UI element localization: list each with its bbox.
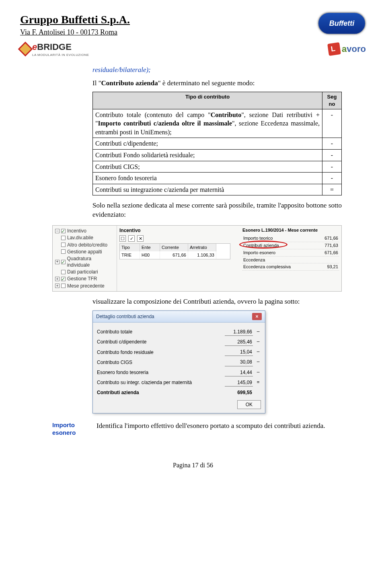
tree-item[interactable]: Altro debito/credito <box>55 242 114 248</box>
dialog-row: Contributo su integr. c/azienda per mate… <box>97 379 261 387</box>
grid-row[interactable]: TRIE H00 671,66 1.106,33 <box>120 251 230 259</box>
tree-item[interactable]: +Gestione TFR <box>55 275 114 282</box>
company-address: Via F. Antolisei 10 - 00173 Roma <box>20 27 130 37</box>
para-mid1: Solo nella sezione dedicata al mese corr… <box>92 201 342 220</box>
definition-row: Importo esonero Identifica l'importo eff… <box>52 421 342 437</box>
subheader: eBRIDGE LA MODULARITÀ IN EVOLUZIONE avor… <box>20 41 366 57</box>
esonero-title: Esonero L.190/2014 - Mese corrente <box>242 227 339 233</box>
tool-new-icon[interactable]: ☐ <box>119 235 126 242</box>
incentivo-title: Incentivo <box>119 227 230 234</box>
header-left: Gruppo Buffetti S.p.A. Via F. Antolisei … <box>20 12 130 37</box>
contrib-table: Tipo di contributo Seg no Contributo tot… <box>92 92 342 195</box>
ebridge-rest: BRIDGE <box>37 42 72 52</box>
ebridge-cube-icon <box>18 42 33 57</box>
tree-right: Incentivo ☐ ✓ ✕ Tipo Ente Corrente Arret… <box>117 226 341 291</box>
para-mid2: visualizzare la composizione dei Contrib… <box>92 297 342 306</box>
body-indent: residuale/bilaterale); Il "Contributo az… <box>92 66 342 414</box>
buffetti-logo: Buffetti <box>318 12 366 35</box>
th-tipo: Tipo di contributo <box>93 92 322 109</box>
tree-item[interactable]: Dati particolari <box>55 269 114 275</box>
esonero-row-contributi[interactable]: Contributi azienda771,63 <box>242 242 339 249</box>
esonero-row: Eccedenza <box>242 257 339 264</box>
dettaglio-dialog: Dettaglio contributi azienda × Contribut… <box>92 310 265 414</box>
p2a: Il " <box>92 79 101 87</box>
incentivo-grid: Tipo Ente Corrente Arretrato TRIE H00 67… <box>119 243 230 259</box>
incentivo-panel: Incentivo ☐ ✓ ✕ Tipo Ente Corrente Arret… <box>119 227 230 290</box>
lavoro-rest: voro <box>347 44 366 54</box>
tree-item[interactable]: +Mese precedente <box>55 283 114 289</box>
dialog-row: Contributo fondo residuale15,04– <box>97 348 261 356</box>
table-row: Contributi c/dipendente;- <box>93 138 342 150</box>
highlight-circle-icon <box>239 241 287 249</box>
tree-left: –Incentivo Lav.div.abile Altro debito/cr… <box>53 226 117 291</box>
tool-del-icon[interactable]: ✕ <box>137 235 144 242</box>
lavoro-a: a <box>342 44 347 54</box>
company-name: Gruppo Buffetti S.p.A. <box>20 12 130 27</box>
para-contributo-azienda: Il "Contributo azienda" è determinato ne… <box>92 79 342 88</box>
esonero-panel: Esonero L.190/2014 - Mese corrente Impor… <box>242 227 339 290</box>
table-row: Contributi CIGS;- <box>93 161 342 173</box>
dialog-row: Contributo CIGS30,08– <box>97 358 261 366</box>
esonero-row: Importo esonero671,66 <box>242 249 339 257</box>
def-text: Identifica l'importo effettivo dell'eson… <box>96 421 342 437</box>
page-footer: Pagina 17 di 56 <box>20 461 366 470</box>
th-segno: Seg no <box>322 92 342 109</box>
table-row: Contributo totale (contenuto del campo "… <box>93 109 342 138</box>
dialog-row: Esonero fondo tesoreria14,44– <box>97 369 261 376</box>
ebridge-logo: eBRIDGE LA MODULARITÀ IN EVOLUZIONE <box>20 41 89 57</box>
table-row: Esonero fondo tesoreria- <box>93 173 342 184</box>
table-row: Contributi Fondo solidarietà residuale;- <box>93 149 342 161</box>
dialog-button-row: OK <box>97 400 261 409</box>
lavoro-logo: avoro <box>328 43 366 55</box>
ebridge-sub: LA MODULARITÀ IN EVOLUZIONE <box>32 53 89 58</box>
dialog-row: Contributo totale1.189,66– <box>97 328 261 336</box>
p2b: Contributo azienda <box>101 79 158 87</box>
dialog-row-total: Contributi azienda699,55 <box>97 389 261 396</box>
tree-panel: –Incentivo Lav.div.abile Altro debito/cr… <box>52 225 342 292</box>
tree-item[interactable]: Gestione appalti <box>55 249 114 255</box>
dialog-row: Contributi c/dipendente285,46– <box>97 338 261 346</box>
page-header: Gruppo Buffetti S.p.A. Via F. Antolisei … <box>20 12 366 37</box>
ebridge-e: e <box>32 42 37 52</box>
para-residuale: residuale/bilaterale); <box>92 66 342 75</box>
def-label: Importo esonero <box>52 421 88 437</box>
ok-button[interactable]: OK <box>237 400 261 409</box>
dialog-body: Contributo totale1.189,66– Contributi c/… <box>93 323 265 413</box>
lavoro-icon <box>327 42 341 56</box>
tool-ok-icon[interactable]: ✓ <box>128 235 135 242</box>
tree-item[interactable]: +Quadratura individuale <box>55 255 114 268</box>
dialog-titlebar: Dettaglio contributi azienda × <box>93 311 265 323</box>
incentivo-toolbar: ☐ ✓ ✕ <box>119 235 230 242</box>
screenshot-panel-1: –Incentivo Lav.div.abile Altro debito/cr… <box>52 225 342 292</box>
tree-item[interactable]: Lav.div.abile <box>55 234 114 241</box>
esonero-row: Eccedenza complessiva93,21 <box>242 263 339 271</box>
tree-item[interactable]: –Incentivo <box>55 228 114 234</box>
close-icon[interactable]: × <box>252 313 262 320</box>
dialog-title: Dettaglio contributi azienda <box>96 313 154 320</box>
table-row: Contributi su integrazione c/azienda per… <box>93 184 342 195</box>
p2c: " è determinato nel seguente modo: <box>158 79 255 87</box>
